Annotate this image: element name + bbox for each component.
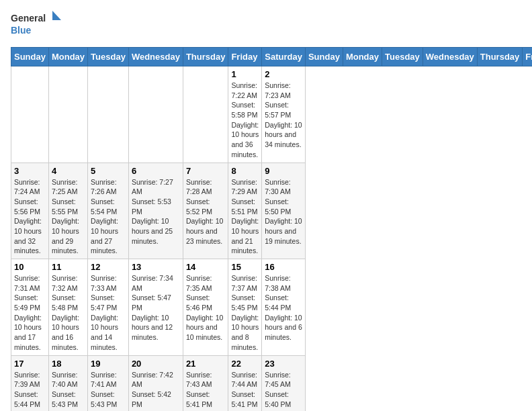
day-info: Sunrise: 7:23 AM Sunset: 5:57 PM Dayligh… xyxy=(265,81,302,150)
day-number: 19 xyxy=(91,359,126,369)
day-number: 9 xyxy=(265,166,302,176)
logo-icon: GeneralBlue xyxy=(11,11,64,39)
week-row-4: 17Sunrise: 7:39 AM Sunset: 5:44 PM Dayli… xyxy=(11,355,533,411)
calendar-table: SundayMondayTuesdayWednesdayThursdayFrid… xyxy=(11,47,532,411)
day-cell: 8Sunrise: 7:29 AM Sunset: 5:51 PM Daylig… xyxy=(228,163,262,259)
day-cell xyxy=(11,66,49,163)
day-info: Sunrise: 7:22 AM Sunset: 5:58 PM Dayligh… xyxy=(231,81,259,160)
header-friday: Friday xyxy=(228,48,262,66)
day-cell: 14Sunrise: 7:35 AM Sunset: 5:46 PM Dayli… xyxy=(183,259,228,356)
day-number: 8 xyxy=(231,166,259,176)
header-sunday: Sunday xyxy=(11,48,49,66)
day-number: 15 xyxy=(231,262,259,272)
day-number: 21 xyxy=(186,359,226,369)
day-info: Sunrise: 7:32 AM Sunset: 5:48 PM Dayligh… xyxy=(52,273,85,353)
day-number: 7 xyxy=(186,166,226,176)
day-cell: 19Sunrise: 7:41 AM Sunset: 5:43 PM Dayli… xyxy=(88,355,129,411)
page-header: GeneralBlue xyxy=(11,11,521,39)
header-monday: Monday xyxy=(48,48,87,66)
day-info: Sunrise: 7:33 AM Sunset: 5:47 PM Dayligh… xyxy=(91,273,126,353)
day-cell: 7Sunrise: 7:28 AM Sunset: 5:52 PM Daylig… xyxy=(183,163,228,259)
day-cell: 10Sunrise: 7:31 AM Sunset: 5:49 PM Dayli… xyxy=(11,259,49,356)
day-cell xyxy=(183,66,228,163)
day-cell: 18Sunrise: 7:40 AM Sunset: 5:43 PM Dayli… xyxy=(48,355,87,411)
day-info: Sunrise: 7:42 AM Sunset: 5:42 PM Dayligh… xyxy=(132,370,180,412)
day-number: 16 xyxy=(265,262,302,272)
day-cell: 16Sunrise: 7:38 AM Sunset: 5:44 PM Dayli… xyxy=(262,259,306,356)
day-cell xyxy=(48,66,87,163)
day-info: Sunrise: 7:25 AM Sunset: 5:55 PM Dayligh… xyxy=(52,177,85,257)
day-cell: 22Sunrise: 7:44 AM Sunset: 5:41 PM Dayli… xyxy=(228,355,262,411)
day-info: Sunrise: 7:44 AM Sunset: 5:41 PM Dayligh… xyxy=(231,370,259,412)
header-saturday: Saturday xyxy=(262,48,306,66)
header-wednesday: Wednesday xyxy=(128,48,183,66)
day-cell: 21Sunrise: 7:43 AM Sunset: 5:41 PM Dayli… xyxy=(183,355,228,411)
day-info: Sunrise: 7:27 AM Sunset: 5:53 PM Dayligh… xyxy=(132,177,180,246)
day-cell: 23Sunrise: 7:45 AM Sunset: 5:40 PM Dayli… xyxy=(262,355,306,411)
day-number: 6 xyxy=(132,166,180,176)
col-header-sunday: Sunday xyxy=(305,48,343,66)
day-info: Sunrise: 7:31 AM Sunset: 5:49 PM Dayligh… xyxy=(14,273,46,353)
day-info: Sunrise: 7:35 AM Sunset: 5:46 PM Dayligh… xyxy=(186,273,226,342)
day-info: Sunrise: 7:29 AM Sunset: 5:51 PM Dayligh… xyxy=(231,177,259,257)
svg-text:General: General xyxy=(11,13,46,24)
day-number: 18 xyxy=(52,359,85,369)
day-number: 17 xyxy=(14,359,46,369)
day-number: 10 xyxy=(14,262,46,272)
day-number: 3 xyxy=(14,166,46,176)
day-number: 1 xyxy=(231,69,259,79)
col-header-friday: Friday xyxy=(523,48,532,66)
day-cell: 2Sunrise: 7:23 AM Sunset: 5:57 PM Daylig… xyxy=(262,66,306,163)
day-number: 2 xyxy=(265,69,302,79)
day-info: Sunrise: 7:34 AM Sunset: 5:47 PM Dayligh… xyxy=(132,273,180,342)
day-cell: 17Sunrise: 7:39 AM Sunset: 5:44 PM Dayli… xyxy=(11,355,49,411)
day-info: Sunrise: 7:45 AM Sunset: 5:40 PM Dayligh… xyxy=(265,370,302,412)
day-number: 13 xyxy=(132,262,180,272)
day-cell: 13Sunrise: 7:34 AM Sunset: 5:47 PM Dayli… xyxy=(128,259,183,356)
day-number: 4 xyxy=(52,166,85,176)
svg-text:Blue: Blue xyxy=(11,25,32,36)
day-cell: 12Sunrise: 7:33 AM Sunset: 5:47 PM Dayli… xyxy=(88,259,129,356)
day-cell: 9Sunrise: 7:30 AM Sunset: 5:50 PM Daylig… xyxy=(262,163,306,259)
day-cell: 5Sunrise: 7:26 AM Sunset: 5:54 PM Daylig… xyxy=(88,163,129,259)
day-cell: 6Sunrise: 7:27 AM Sunset: 5:53 PM Daylig… xyxy=(128,163,183,259)
day-number: 12 xyxy=(91,262,126,272)
day-number: 23 xyxy=(265,359,302,369)
day-info: Sunrise: 7:43 AM Sunset: 5:41 PM Dayligh… xyxy=(186,370,226,412)
col-header-tuesday: Tuesday xyxy=(382,48,423,66)
day-info: Sunrise: 7:40 AM Sunset: 5:43 PM Dayligh… xyxy=(52,370,85,412)
day-cell: 3Sunrise: 7:24 AM Sunset: 5:56 PM Daylig… xyxy=(11,163,49,259)
day-cell xyxy=(88,66,129,163)
col-header-thursday: Thursday xyxy=(477,48,523,66)
svg-marker-1 xyxy=(52,11,61,20)
day-cell xyxy=(128,66,183,163)
day-cell: 11Sunrise: 7:32 AM Sunset: 5:48 PM Dayli… xyxy=(48,259,87,356)
week-row-2: 3Sunrise: 7:24 AM Sunset: 5:56 PM Daylig… xyxy=(11,163,533,259)
header-thursday: Thursday xyxy=(183,48,228,66)
calendar-header-row: SundayMondayTuesdayWednesdayThursdayFrid… xyxy=(11,48,533,66)
day-info: Sunrise: 7:41 AM Sunset: 5:43 PM Dayligh… xyxy=(91,370,126,412)
day-info: Sunrise: 7:37 AM Sunset: 5:45 PM Dayligh… xyxy=(231,273,259,353)
day-cell: 20Sunrise: 7:42 AM Sunset: 5:42 PM Dayli… xyxy=(128,355,183,411)
day-number: 14 xyxy=(186,262,226,272)
day-number: 5 xyxy=(91,166,126,176)
col-header-wednesday: Wednesday xyxy=(423,48,477,66)
day-number: 22 xyxy=(231,359,259,369)
day-info: Sunrise: 7:38 AM Sunset: 5:44 PM Dayligh… xyxy=(265,273,302,342)
day-info: Sunrise: 7:39 AM Sunset: 5:44 PM Dayligh… xyxy=(14,370,46,412)
week-row-1: 1Sunrise: 7:22 AM Sunset: 5:58 PM Daylig… xyxy=(11,66,533,163)
day-number: 11 xyxy=(52,262,85,272)
day-cell: 4Sunrise: 7:25 AM Sunset: 5:55 PM Daylig… xyxy=(48,163,87,259)
logo: GeneralBlue xyxy=(11,11,64,39)
header-tuesday: Tuesday xyxy=(88,48,129,66)
day-cell: 15Sunrise: 7:37 AM Sunset: 5:45 PM Dayli… xyxy=(228,259,262,356)
col-header-monday: Monday xyxy=(343,48,382,66)
day-number: 20 xyxy=(132,359,180,369)
day-info: Sunrise: 7:28 AM Sunset: 5:52 PM Dayligh… xyxy=(186,177,226,246)
week-row-3: 10Sunrise: 7:31 AM Sunset: 5:49 PM Dayli… xyxy=(11,259,533,356)
day-info: Sunrise: 7:30 AM Sunset: 5:50 PM Dayligh… xyxy=(265,177,302,246)
day-info: Sunrise: 7:24 AM Sunset: 5:56 PM Dayligh… xyxy=(14,177,46,257)
day-cell: 1Sunrise: 7:22 AM Sunset: 5:58 PM Daylig… xyxy=(228,66,262,163)
day-info: Sunrise: 7:26 AM Sunset: 5:54 PM Dayligh… xyxy=(91,177,126,257)
